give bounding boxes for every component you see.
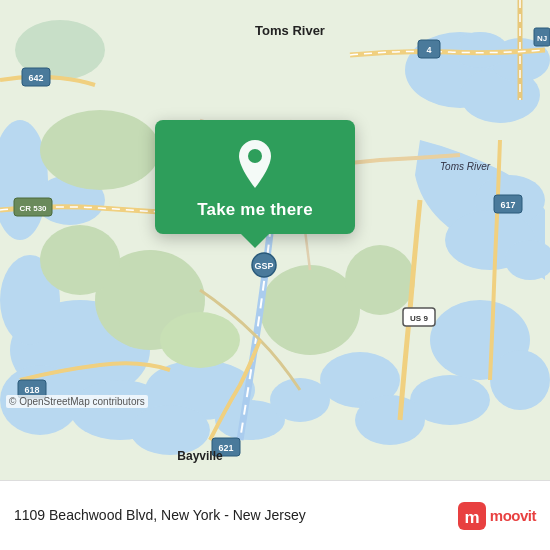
svg-point-26	[40, 225, 120, 295]
osm-credit: © OpenStreetMap contributors	[6, 395, 148, 408]
moovit-text: moovit	[490, 507, 536, 524]
take-me-there-label: Take me there	[197, 200, 313, 220]
svg-text:617: 617	[500, 200, 515, 210]
svg-point-24	[40, 110, 160, 190]
toms-river-label: Toms River	[255, 23, 325, 38]
route-642-label: 642	[28, 73, 43, 83]
moovit-m-icon: m	[458, 502, 486, 530]
moovit-logo: m moovit	[458, 502, 536, 530]
svg-point-19	[130, 405, 210, 455]
svg-point-49	[248, 149, 262, 163]
svg-text:GSP: GSP	[254, 261, 273, 271]
address-text: 1109 Beachwood Blvd, New York - New Jers…	[14, 506, 448, 524]
route-4-label: 4	[426, 45, 431, 55]
svg-point-27	[260, 265, 360, 355]
svg-text:618: 618	[24, 385, 39, 395]
toms-river-water-label: Toms River	[440, 161, 491, 172]
svg-text:US 9: US 9	[410, 314, 428, 323]
svg-point-28	[345, 245, 415, 315]
svg-point-23	[355, 395, 425, 445]
svg-text:m: m	[464, 508, 479, 527]
svg-text:NJ: NJ	[537, 34, 547, 43]
bayville-label: Bayville	[177, 449, 223, 463]
svg-point-9	[490, 350, 550, 410]
map-svg: 642 4 NJ CR 530 GSP US 9 617 618 621 Tom…	[0, 0, 550, 480]
location-pin-icon	[234, 138, 276, 190]
svg-point-30	[160, 312, 240, 368]
bottom-bar: 1109 Beachwood Blvd, New York - New Jers…	[0, 480, 550, 550]
popup-card[interactable]: Take me there	[155, 120, 355, 234]
map-container: 642 4 NJ CR 530 GSP US 9 617 618 621 Tom…	[0, 0, 550, 480]
svg-text:CR 530: CR 530	[19, 204, 47, 213]
